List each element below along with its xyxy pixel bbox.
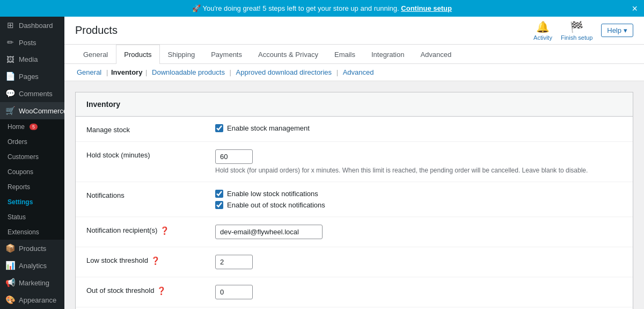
- subnav-advanced[interactable]: Advanced: [343, 68, 374, 76]
- notice-bar: 🚀 You're doing great! 5 steps left to ge…: [0, 0, 644, 17]
- sidebar-submenu-home[interactable]: Home 5: [0, 119, 64, 134]
- tab-general[interactable]: General: [75, 45, 116, 64]
- label-low-stock-threshold: Low stock threshold ❓: [86, 255, 204, 265]
- out-of-stock-notify-checkbox[interactable]: [215, 201, 223, 209]
- hold-stock-input[interactable]: [215, 149, 253, 164]
- low-stock-threshold-help-icon[interactable]: ❓: [151, 256, 160, 265]
- low-stock-threshold-input[interactable]: [215, 255, 253, 269]
- row-notifications: Notifications Enable low stock notificat…: [76, 182, 633, 217]
- help-button[interactable]: Help ▾: [601, 24, 633, 37]
- tab-emails[interactable]: Emails: [326, 45, 363, 64]
- tab-shipping[interactable]: Shipping: [160, 45, 203, 64]
- sidebar-label-media: Media: [19, 55, 38, 63]
- notification-recipient-input[interactable]: [215, 225, 323, 239]
- label-hold-stock: Hold stock (minutes): [86, 149, 204, 159]
- sidebar-label-products: Products: [19, 245, 46, 253]
- control-manage-stock: Enable stock management: [215, 124, 622, 132]
- tab-products[interactable]: Products: [116, 45, 159, 64]
- activity-label: Activity: [533, 34, 552, 41]
- finish-setup-label: Finish setup: [561, 34, 592, 41]
- subnav-downloadable[interactable]: Downloadable products: [152, 68, 225, 76]
- out-of-stock-notify-label: Enable out of stock notifications: [227, 201, 325, 209]
- subnav-general[interactable]: General: [77, 68, 101, 76]
- activity-icon: 🔔: [536, 20, 550, 33]
- sidebar-item-dashboard[interactable]: ⊞ Dashboard: [0, 17, 64, 34]
- notice-close-button[interactable]: ×: [632, 4, 638, 13]
- out-of-stock-threshold-input[interactable]: [215, 285, 253, 299]
- marketing-icon: 📢: [5, 278, 15, 288]
- row-low-stock-threshold: Low stock threshold ❓: [76, 247, 633, 277]
- sidebar-item-marketing[interactable]: 📢 Marketing: [0, 274, 64, 291]
- tabs-bar: General Products Shipping Payments Accou…: [64, 45, 644, 64]
- sidebar-label-woocommerce: WooCommerce: [19, 107, 64, 115]
- sidebar-label-home: Home: [8, 123, 25, 131]
- enable-stock-checkbox[interactable]: [215, 124, 223, 132]
- subnav-inventory: Inventory: [111, 68, 143, 76]
- sidebar-item-media[interactable]: 🖼 Media: [0, 51, 64, 68]
- inventory-section: Inventory Manage stock Enable stock mana…: [75, 92, 633, 309]
- pages-icon: 📄: [5, 71, 15, 81]
- tab-accounts-privacy[interactable]: Accounts & Privacy: [250, 45, 326, 64]
- notice-text: 🚀 You're doing great! 5 steps left to ge…: [192, 4, 452, 12]
- analytics-icon: 📊: [5, 261, 15, 270]
- sidebar-item-appearance[interactable]: 🎨 Appearance: [0, 291, 64, 308]
- sidebar-item-comments[interactable]: 💬 Comments: [0, 85, 64, 102]
- sidebar-label-appearance: Appearance: [19, 296, 56, 304]
- control-notifications: Enable low stock notifications Enable ou…: [215, 190, 622, 209]
- sidebar-submenu-orders[interactable]: Orders: [0, 134, 64, 149]
- sidebar-submenu-coupons[interactable]: Coupons: [0, 164, 64, 179]
- posts-icon: ✏: [5, 38, 15, 47]
- sidebar-item-products[interactable]: 📦 Products: [0, 240, 64, 257]
- label-manage-stock: Manage stock: [86, 124, 204, 134]
- activity-button[interactable]: 🔔 Activity: [533, 20, 552, 41]
- sidebar-label-customers: Customers: [8, 153, 39, 161]
- sidebar-item-pages[interactable]: 📄 Pages: [0, 68, 64, 85]
- enable-stock-label: Enable stock management: [227, 124, 310, 132]
- media-icon: 🖼: [5, 55, 15, 64]
- notification-recipient-help-icon[interactable]: ❓: [160, 226, 169, 235]
- continue-setup-link[interactable]: Continue setup: [401, 4, 452, 12]
- sub-nav: General | Inventory | Downloadable produ…: [64, 64, 644, 81]
- sidebar-label-extensions: Extensions: [8, 228, 39, 236]
- control-hold-stock: Hold stock (for unpaid orders) for x min…: [215, 149, 622, 174]
- sidebar-label-status: Status: [8, 213, 26, 221]
- sidebar-label-pages: Pages: [19, 73, 39, 81]
- sidebar-item-posts[interactable]: ✏ Posts: [0, 34, 64, 51]
- tab-integration[interactable]: Integration: [363, 45, 412, 64]
- top-bar: Products 🔔 Activity 🏁 Finish setup Help …: [64, 17, 644, 45]
- tab-payments[interactable]: Payments: [203, 45, 250, 64]
- comments-icon: 💬: [5, 89, 15, 98]
- control-out-of-stock-threshold: [215, 285, 622, 299]
- home-badge: 5: [30, 124, 38, 130]
- control-notification-recipient: [215, 225, 622, 239]
- sidebar-submenu-status[interactable]: Status: [0, 210, 64, 225]
- section-title: Inventory: [76, 92, 633, 117]
- help-label: Help: [607, 26, 621, 34]
- hold-stock-description: Hold stock (for unpaid orders) for x min…: [215, 167, 622, 174]
- label-notifications: Notifications: [86, 190, 204, 199]
- control-low-stock-threshold: [215, 255, 622, 269]
- page-title: Products: [75, 24, 118, 37]
- tab-advanced[interactable]: Advanced: [412, 45, 459, 64]
- sidebar-label-dashboard: Dashboard: [19, 21, 53, 30]
- sidebar-item-woocommerce[interactable]: 🛒 WooCommerce: [0, 102, 64, 119]
- out-of-stock-threshold-help-icon[interactable]: ❓: [157, 286, 166, 295]
- sidebar-submenu-extensions[interactable]: Extensions: [0, 225, 64, 240]
- sidebar-submenu-reports[interactable]: Reports: [0, 179, 64, 195]
- row-notification-recipient: Notification recipient(s) ❓: [76, 217, 633, 247]
- sidebar-label-orders: Orders: [8, 138, 27, 146]
- label-out-of-stock-threshold: Out of stock threshold ❓: [86, 285, 204, 295]
- sidebar-label-posts: Posts: [19, 39, 36, 47]
- help-chevron-icon: ▾: [624, 26, 627, 34]
- sidebar-label-settings: Settings: [8, 198, 33, 206]
- finish-setup-button[interactable]: 🏁 Finish setup: [561, 20, 592, 41]
- low-stock-notify-checkbox[interactable]: [215, 190, 223, 198]
- sidebar-item-analytics[interactable]: 📊 Analytics: [0, 257, 64, 274]
- main-content: Inventory Manage stock Enable stock mana…: [64, 81, 644, 309]
- dashboard-icon: ⊞: [5, 20, 15, 30]
- products-icon: 📦: [5, 243, 15, 253]
- subnav-approved-dirs[interactable]: Approved download directories: [236, 68, 332, 76]
- sidebar-label-coupons: Coupons: [8, 168, 33, 176]
- sidebar-submenu-settings[interactable]: Settings: [0, 195, 64, 210]
- sidebar-submenu-customers[interactable]: Customers: [0, 149, 64, 164]
